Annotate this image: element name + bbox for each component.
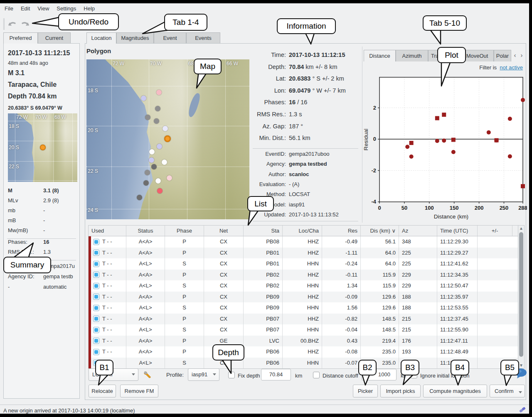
tab-polar[interactable]: Polar: [494, 50, 511, 61]
epicenter-marker[interactable]: [164, 135, 171, 142]
station-marker[interactable]: [167, 175, 172, 181]
used-checkbox[interactable]: [93, 250, 99, 256]
used-checkbox[interactable]: [93, 294, 99, 300]
residual-point-P[interactable]: [435, 139, 439, 143]
residual-point-S[interactable]: [495, 138, 499, 142]
scrollbar-thumb[interactable]: [519, 232, 523, 357]
distance-cutoff-checkbox[interactable]: [313, 372, 320, 378]
residual-point-P[interactable]: [409, 155, 414, 159]
picker-button[interactable]: Picker: [353, 385, 378, 397]
depth-field[interactable]: 70.84: [261, 369, 291, 380]
residual-point-P[interactable]: [508, 117, 512, 121]
station-marker[interactable]: [155, 106, 160, 111]
used-checkbox[interactable]: [93, 305, 99, 311]
residual-point-P[interactable]: [508, 155, 512, 159]
table-row[interactable]: T - -A<L>SCXPB01HHN-0.2464.022511:12:41.…: [89, 258, 518, 270]
station-marker[interactable]: [157, 188, 163, 194]
column-header-phase[interactable]: Phase: [165, 226, 204, 236]
station-marker[interactable]: [149, 157, 154, 163]
table-row[interactable]: T - -A<A>PGELVC00.BHZ0.43219.417611:12:4…: [89, 336, 518, 347]
column-header-res[interactable]: Res: [322, 226, 361, 236]
used-checkbox[interactable]: [93, 327, 99, 333]
residual-point-S[interactable]: [451, 138, 456, 142]
column-header-sta[interactable]: Sta: [244, 226, 283, 236]
compute-magnitudes-button[interactable]: Compute magnitudes: [423, 385, 487, 397]
residual-point-P[interactable]: [442, 138, 446, 142]
residual-point-P[interactable]: [451, 150, 456, 154]
station-marker[interactable]: [145, 170, 150, 175]
station-marker[interactable]: [151, 164, 157, 169]
tab-location[interactable]: Location: [86, 32, 116, 44]
summary-minimap[interactable]: 72 W70 W68 W18 S20 S22 S: [8, 113, 77, 182]
table-row[interactable]: T - -A<A>PCXPB09HHZ-0.09129.618811:12:35…: [89, 292, 518, 303]
used-checkbox[interactable]: [93, 349, 99, 355]
menu-item-file[interactable]: File: [1, 4, 17, 13]
station-marker[interactable]: [157, 144, 162, 149]
epicenter-marker[interactable]: [40, 145, 46, 150]
tab-scroll-next[interactable]: ›: [518, 52, 525, 60]
residual-point-S[interactable]: [442, 113, 446, 117]
column-header-dis-km-[interactable]: Dis (km) ∨: [361, 226, 399, 236]
menu-item-view[interactable]: View: [34, 4, 53, 13]
column-header-time-utc-[interactable]: Time (UTC): [437, 226, 478, 236]
relocate-button[interactable]: Relocate: [89, 385, 116, 397]
menu-item-settings[interactable]: Settings: [53, 4, 80, 13]
station-marker[interactable]: [137, 195, 142, 200]
tab-events[interactable]: Events: [186, 32, 220, 43]
profile-select[interactable]: iasp91: [188, 368, 219, 381]
tab-preferred[interactable]: Preferred: [3, 32, 38, 44]
confirm-button[interactable]: Confirm: [490, 385, 525, 397]
residual-point-P[interactable]: [405, 145, 409, 149]
tab-azimuth[interactable]: Azimuth: [396, 50, 428, 61]
used-checkbox[interactable]: [93, 239, 99, 245]
station-marker[interactable]: [145, 115, 150, 120]
residual-point-S[interactable]: [409, 141, 414, 145]
column-header-loc-cha[interactable]: Loc/Cha: [283, 226, 322, 236]
table-row[interactable]: T - -A<A>PCXPB01HHZ-1.1164.022511:12:29.…: [89, 248, 518, 259]
table-row[interactable]: T - -A<A>PCXPB06HHZ-0.08235.019311:12:48…: [89, 346, 518, 358]
table-row[interactable]: T - -A<A>PCXPB02HHZ-0.11115.922911:12:34…: [89, 270, 518, 281]
toolbar-handle[interactable]: [3, 18, 5, 30]
station-marker[interactable]: [156, 90, 162, 95]
column-header--[interactable]: +/-: [478, 226, 512, 236]
table-row[interactable]: T - -A<L>SCXPB07HHN-0.04148.521511:12:55…: [89, 324, 518, 336]
station-marker[interactable]: [155, 178, 161, 184]
column-header-az[interactable]: Az: [399, 226, 437, 236]
column-header-status[interactable]: Status: [126, 226, 165, 236]
menu-item-help[interactable]: Help: [80, 4, 99, 13]
tab-magnitudes[interactable]: Magnitudes: [116, 32, 154, 43]
tab-distance[interactable]: Distance: [364, 50, 396, 61]
residual-point-S[interactable]: [435, 116, 439, 120]
used-checkbox[interactable]: [93, 283, 99, 289]
station-marker[interactable]: [163, 126, 168, 131]
arrivals-table[interactable]: UsedStatusPhaseNetStaLoc/ChaResDis (km) …: [88, 225, 518, 369]
residual-point-P[interactable]: [487, 130, 491, 135]
residual-point-P[interactable]: [521, 98, 525, 102]
station-marker[interactable]: [154, 118, 159, 124]
wrench-icon[interactable]: [143, 370, 151, 379]
used-checkbox[interactable]: [93, 316, 99, 322]
table-row[interactable]: T - -A<L>SCXPB02HHN1.34115.922911:12:50.…: [89, 280, 518, 292]
station-marker[interactable]: [143, 180, 149, 186]
tab-event[interactable]: Event: [154, 32, 186, 43]
used-checkbox[interactable]: [93, 261, 99, 267]
table-row[interactable]: T - -A<A>PCXPB07HHZ-0.82148.521511:12:37…: [89, 314, 518, 325]
redo-icon[interactable]: [20, 20, 30, 28]
tab-current[interactable]: Current: [38, 32, 71, 43]
scrollbar-up-icon[interactable]: ▲: [518, 226, 524, 231]
menu-item-edit[interactable]: Edit: [17, 4, 34, 13]
table-scrollbar[interactable]: ▲ ▼: [518, 225, 525, 369]
used-checkbox[interactable]: [93, 338, 99, 344]
undo-icon[interactable]: [7, 20, 17, 28]
location-map[interactable]: 72 W70 W68 W66 W18 S20 S22 S24 S: [86, 59, 249, 219]
fix-depth-checkbox[interactable]: [228, 372, 235, 378]
column-header-used[interactable]: Used: [89, 226, 126, 236]
remove-fm-button[interactable]: Remove FM: [120, 385, 158, 397]
used-checkbox[interactable]: [93, 272, 99, 278]
residual-point-S[interactable]: [521, 184, 525, 188]
import-picks-button[interactable]: Import picks: [380, 385, 421, 397]
station-marker[interactable]: [162, 159, 167, 165]
station-marker[interactable]: [149, 149, 155, 155]
column-header-net[interactable]: Net: [204, 226, 244, 236]
tab-scroll-prev[interactable]: ‹: [512, 52, 518, 60]
